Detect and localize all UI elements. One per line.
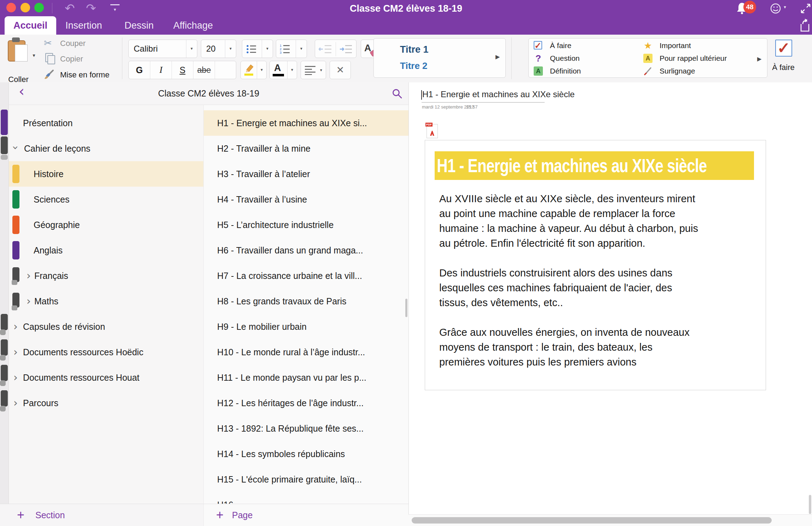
tag-surlignage[interactable]: Surlignage (643, 65, 756, 77)
page-item[interactable]: H13 - 1892: La République fête ses... (204, 416, 408, 441)
todo-tag-button[interactable]: ✓ À faire (760, 38, 806, 78)
chevron-right-icon[interactable]: › (13, 390, 18, 416)
tag-rappel[interactable]: A Pour rappel ultérieur (643, 52, 756, 65)
notebook-tab[interactable] (1, 365, 8, 381)
notebook-tab[interactable] (1, 155, 8, 160)
sidebar-group-cahier-de-lecons[interactable]: › Cahier de leçons (9, 136, 203, 161)
sidebar-group-documents-hoedic[interactable]: › Documents ressources Hoëdic (9, 339, 203, 365)
delete-button[interactable]: ✕ (330, 61, 351, 79)
style-titre1[interactable]: Titre 1 (400, 44, 429, 55)
tab-dessin[interactable]: Dessin (124, 16, 154, 35)
page-item[interactable]: H3 - Travailler à l’atelier (204, 161, 408, 187)
styles-expand-icon[interactable]: ▶ (495, 53, 500, 60)
font-name-combo[interactable]: Calibri ▼ (128, 40, 197, 58)
copy-button[interactable]: Copier (60, 54, 83, 64)
page-canvas[interactable]: H1 - Energie et machines au XIXe siècle … (408, 82, 812, 514)
page-item[interactable]: H8 - Les grands travaux de Paris (204, 288, 408, 314)
sidebar-group-parcours[interactable]: › Parcours (9, 390, 203, 416)
numbered-list-dropdown-icon[interactable]: ▼ (296, 40, 307, 58)
page-item[interactable]: H2 - Travailler à la mine (204, 136, 408, 161)
sidebar-item-anglais[interactable]: Anglais (9, 238, 203, 263)
search-icon[interactable] (392, 88, 403, 99)
strikethrough-button[interactable]: abe (193, 61, 215, 79)
chevron-right-icon[interactable]: › (13, 365, 18, 390)
page-item[interactable]: H11 - Le monde paysan vu par les p... (204, 365, 408, 390)
tag-a-faire[interactable]: ✓ À faire (534, 39, 636, 52)
align-dropdown-icon[interactable]: ▼ (319, 68, 323, 72)
quick-actions-dropdown-icon[interactable]: ▼ (110, 4, 120, 12)
tab-affichage[interactable]: Affichage (173, 16, 213, 35)
zoom-window-button[interactable] (34, 3, 44, 12)
page-item[interactable]: H9 - Le mobilier urbain (204, 314, 408, 339)
bold-button[interactable]: G (129, 61, 150, 79)
font-name-dropdown-icon[interactable]: ▼ (186, 40, 197, 58)
smiley-dropdown-icon[interactable]: ▼ (783, 5, 787, 9)
fullscreen-expand-icon[interactable] (800, 3, 811, 14)
notebook-tab[interactable] (1, 314, 8, 330)
feedback-smiley-icon[interactable] (770, 2, 782, 14)
sidebar-group-francais[interactable]: › Français (9, 263, 203, 288)
styles-gallery[interactable]: Titre 1 Titre 2 ▶ (373, 38, 506, 78)
underline-button[interactable]: S (172, 61, 193, 79)
chevron-right-icon[interactable]: › (13, 314, 18, 339)
tab-insertion[interactable]: Insertion (65, 16, 102, 35)
undo-icon[interactable]: ↶ (65, 1, 75, 16)
italic-button[interactable]: I (150, 61, 172, 79)
page-item[interactable]: H4 - Travailler à l’usine (204, 187, 408, 212)
share-icon[interactable] (799, 18, 811, 33)
cut-button[interactable]: Couper (60, 39, 86, 48)
sidebar-item-histoire[interactable]: Histoire (9, 161, 203, 187)
paste-dropdown-icon[interactable]: ▼ (32, 53, 36, 58)
sidebar-group-maths[interactable]: › Maths (9, 288, 203, 314)
page-item[interactable]: H15 - L'école primaire gratuite, laïq... (204, 467, 408, 492)
page-item[interactable]: H6 - Travailler dans un grand maga... (204, 238, 408, 263)
page-item[interactable]: H7 - La croissance urbaine et la vill... (204, 263, 408, 288)
page-item-selected[interactable]: H1 - Energie et machines au XIXe si... (204, 110, 408, 136)
add-section-button[interactable]: Section (35, 504, 65, 526)
style-titre2[interactable]: Titre 2 (400, 60, 428, 71)
close-window-button[interactable] (6, 3, 16, 12)
sidebar-item-geographie[interactable]: Géographie (9, 212, 203, 238)
bullet-list-button[interactable]: ▼ (242, 40, 273, 58)
notebook-tab[interactable] (1, 110, 8, 135)
chevron-right-icon[interactable]: › (27, 263, 31, 288)
tag-question[interactable]: ? Question (534, 52, 636, 65)
chevron-right-icon[interactable]: › (13, 339, 18, 365)
indent-icon[interactable] (339, 45, 353, 54)
vertical-scrollbar[interactable] (809, 495, 811, 514)
highlight-dropdown-icon[interactable]: ▼ (257, 61, 266, 79)
horizontal-scrollbar[interactable] (412, 517, 772, 524)
notebook-tab[interactable] (1, 390, 8, 407)
redo-icon[interactable]: ↷ (86, 1, 96, 16)
paragraph-align-button[interactable]: ▼ (301, 61, 326, 79)
font-color-dropdown-icon[interactable]: ▼ (287, 61, 297, 79)
page-item[interactable]: H10 - Le monde rural à l’âge industr... (204, 339, 408, 365)
format-painter-button[interactable]: Mise en forme (60, 70, 109, 80)
page-item-partial[interactable]: H16 - ... (204, 492, 408, 504)
sidebar-item-presentation[interactable]: Présentation (9, 110, 203, 136)
bullet-list-dropdown-icon[interactable]: ▼ (262, 40, 273, 58)
add-page-button[interactable]: Page (232, 504, 253, 526)
pagelist-scrollbar[interactable] (405, 299, 407, 317)
tag-important[interactable]: ★ Important (643, 39, 756, 52)
outdent-icon[interactable] (319, 45, 332, 54)
chevron-right-icon[interactable]: › (27, 288, 31, 314)
sidebar-group-documents-houat[interactable]: › Documents ressources Houat (9, 365, 203, 390)
font-size-combo[interactable]: 20 ▼ (201, 40, 236, 58)
clipboard-icon[interactable] (8, 37, 28, 61)
note-container[interactable]: H1 - Energie et machines au XIXe siècle … (425, 140, 766, 390)
notebook-tab[interactable] (1, 339, 8, 356)
page-item[interactable]: H14 - Les symboles républicains (204, 441, 408, 467)
sidebar-group-capsules[interactable]: › Capsules de révision (9, 314, 203, 339)
page-item[interactable]: H5 - L’architecture industrielle (204, 212, 408, 238)
page-title[interactable]: H1 - Energie et machines au XIXe siècle (422, 89, 575, 99)
font-size-dropdown-icon[interactable]: ▼ (225, 40, 236, 58)
font-color-button[interactable]: A ▼ (269, 61, 297, 79)
sidebar-item-sciences[interactable]: Sciences (9, 187, 203, 212)
tag-definition[interactable]: A Définition (534, 65, 636, 77)
minimize-window-button[interactable] (21, 3, 30, 12)
highlight-button[interactable]: ▼ (240, 61, 267, 79)
page-item[interactable]: H12 - Les héritages de l’âge industr... (204, 390, 408, 416)
notebook-tab[interactable] (1, 136, 8, 154)
numbered-list-button[interactable]: 1 2 3 ▼ (276, 40, 307, 58)
